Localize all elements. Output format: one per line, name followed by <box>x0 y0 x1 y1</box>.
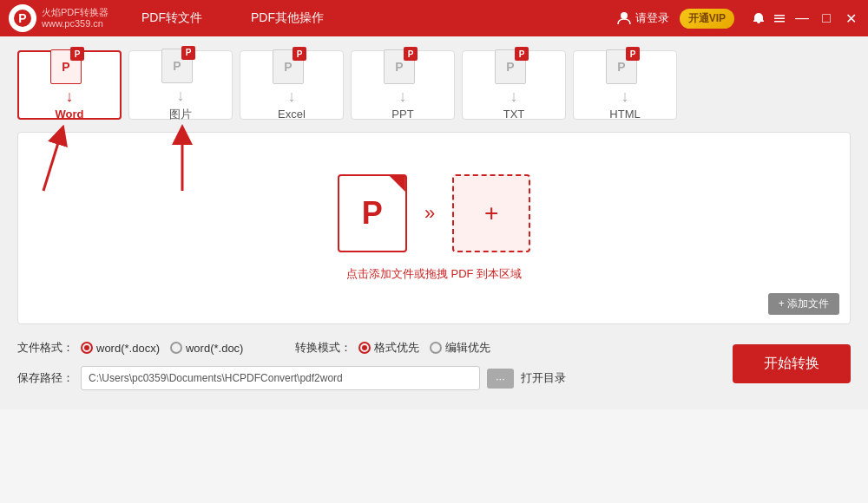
html-tab-icon: P P <box>606 49 644 84</box>
mode-format-label: 格式优先 <box>374 340 419 356</box>
format-row: 文件格式： word(*.docx) word(*.doc) 转换模式： <box>17 331 715 361</box>
svg-rect-4 <box>774 18 785 20</box>
bell-icon[interactable] <box>752 11 766 25</box>
svg-rect-3 <box>774 15 785 16</box>
tab-excel[interactable]: P P ↓ Excel <box>240 50 344 120</box>
images-label: 图片 <box>169 107 192 122</box>
svg-point-2 <box>621 12 628 19</box>
login-btn[interactable]: 请登录 <box>616 10 669 26</box>
mode-label: 转换模式： <box>295 340 352 356</box>
drop-hint: 点击添加文件或拖拽 PDF 到本区域 <box>346 266 522 282</box>
bottom-options: 文件格式： word(*.docx) word(*.doc) 转换模式： <box>17 331 715 395</box>
format-doc-radio[interactable] <box>170 342 182 354</box>
svg-rect-5 <box>774 21 785 23</box>
excel-label: Excel <box>278 108 306 121</box>
nav-pdf-other[interactable]: PDF其他操作 <box>244 7 331 29</box>
tab-word[interactable]: P P ↓ Word <box>17 50 122 120</box>
excel-tab-icon: P P <box>273 49 311 84</box>
close-button[interactable]: ✕ <box>842 10 859 27</box>
svg-text:P: P <box>18 11 26 25</box>
format-doc[interactable]: word(*.doc) <box>170 342 243 355</box>
mode-edit-label: 编辑优先 <box>445 340 490 356</box>
tab-html[interactable]: P P ↓ HTML <box>573 50 677 120</box>
mode-format-radio[interactable] <box>358 342 371 354</box>
html-arrow: ↓ <box>621 88 629 106</box>
vip-button[interactable]: 开通VIP <box>680 9 734 29</box>
bottom-start: 开始转换 <box>733 344 851 383</box>
tab-ppt[interactable]: P P ↓ PPT <box>351 50 455 120</box>
start-convert-button[interactable]: 开始转换 <box>733 344 851 383</box>
tab-txt[interactable]: P P ↓ TXT <box>462 50 566 120</box>
mode-group: 转换模式： 格式优先 编辑优先 <box>295 340 490 356</box>
plus-icon: + <box>484 199 498 227</box>
app-logo: P 火焰PDF转换器 www.pc359.cn <box>9 4 108 32</box>
mode-edit-first[interactable]: 编辑优先 <box>430 340 490 356</box>
tab-images[interactable]: P P ↓ 图片 <box>128 50 233 120</box>
browse-button[interactable]: ··· <box>487 369 514 389</box>
nav-bar: PDF转文件 PDF其他操作 <box>135 7 616 29</box>
ppt-arrow: ↓ <box>399 88 407 106</box>
bottom-options-row: 文件格式： word(*.docx) word(*.doc) 转换模式： <box>17 324 851 395</box>
path-label: 保存路径： <box>17 370 74 386</box>
user-icon <box>616 10 632 26</box>
app-title: 火焰PDF转换器 <box>42 7 108 18</box>
format-label: 文件格式： <box>17 340 74 356</box>
format-docx-radio[interactable] <box>81 342 93 354</box>
format-group: 文件格式： word(*.docx) word(*.doc) <box>17 340 243 356</box>
format-doc-label: word(*.doc) <box>186 342 243 355</box>
flame-icon: P <box>12 8 33 29</box>
titlebar-right: 请登录 开通VIP — □ ✕ <box>616 9 859 29</box>
add-file-button[interactable]: + 添加文件 <box>768 293 839 315</box>
word-label: Word <box>56 108 84 121</box>
excel-arrow: ↓ <box>288 88 296 106</box>
html-label: HTML <box>609 108 640 121</box>
format-docx-label: word(*.docx) <box>96 342 160 355</box>
path-row: 保存路径： ··· 打开目录 <box>17 361 715 395</box>
add-file-box[interactable]: + <box>452 174 530 252</box>
nav-pdf-to-file[interactable]: PDF转文件 <box>135 7 209 29</box>
txt-label: TXT <box>503 108 525 121</box>
ppt-tab-icon: P P <box>384 49 422 84</box>
conversion-tabs: P P ↓ Word P P ↓ 图片 P P <box>17 50 851 120</box>
mode-format-first[interactable]: 格式优先 <box>358 340 419 356</box>
images-arrow: ↓ <box>177 87 185 105</box>
titlebar: P 火焰PDF转换器 www.pc359.cn PDF转文件 PDF其他操作 请… <box>0 0 868 36</box>
txt-arrow: ↓ <box>510 88 518 106</box>
word-tab-icon: P P <box>50 49 89 84</box>
logo-icon: P <box>9 4 36 32</box>
format-radio-group: word(*.docx) word(*.doc) <box>81 342 243 355</box>
window-controls: — □ ✕ <box>752 10 859 27</box>
ppt-label: PPT <box>391 108 413 121</box>
pdf-file-letter: P <box>362 195 383 232</box>
menu-icon[interactable] <box>773 11 786 25</box>
drop-zone-wrapper: P » + 点击添加文件或拖拽 PDF 到本区域 + 添加文件 <box>17 132 851 324</box>
open-dir-button[interactable]: 打开目录 <box>521 370 566 386</box>
minimize-button[interactable]: — <box>793 10 811 26</box>
maximize-button[interactable]: □ <box>818 10 835 26</box>
drop-zone[interactable]: P » + 点击添加文件或拖拽 PDF 到本区域 <box>18 133 850 323</box>
images-tab-icon: P P <box>161 49 200 83</box>
app-url: www.pc359.cn <box>42 18 108 29</box>
pdf-file-icon: P <box>338 174 407 252</box>
format-docx[interactable]: word(*.docx) <box>81 342 160 355</box>
double-arrow-icon: » <box>424 202 435 225</box>
mode-edit-radio[interactable] <box>430 342 442 354</box>
word-arrow: ↓ <box>66 88 74 106</box>
txt-tab-icon: P P <box>495 49 533 84</box>
mode-radio-group: 格式优先 编辑优先 <box>358 340 490 356</box>
drop-zone-icons: P » + <box>338 174 530 252</box>
path-input[interactable] <box>81 366 480 390</box>
